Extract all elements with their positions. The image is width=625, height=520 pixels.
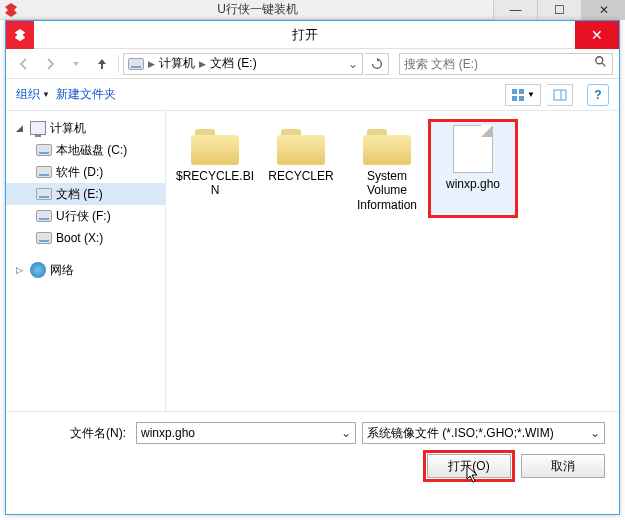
preview-pane-button[interactable] [547,84,573,106]
tree-node-computer[interactable]: ◢ 计算机 [6,117,165,139]
dialog-titlebar: 打开 ✕ [6,21,619,49]
search-input[interactable] [404,57,594,71]
filename-combo[interactable]: ⌄ [136,422,356,444]
nav-recent-dropdown[interactable] [64,52,88,76]
file-name: System Volume Information [346,169,428,212]
tree-label: 网络 [50,262,74,279]
svg-rect-5 [519,96,524,101]
search-icon[interactable] [594,55,608,72]
dialog-close-button[interactable]: ✕ [575,21,619,49]
file-list[interactable]: $RECYCLE.BIN RECYCLER System Volume Info… [166,111,619,411]
breadcrumb-dropdown-icon[interactable]: ⌄ [348,57,358,71]
file-item-gho[interactable]: winxp.gho [430,121,516,216]
file-item-folder[interactable]: $RECYCLE.BIN [172,121,258,216]
file-item-folder[interactable]: System Volume Information [344,121,430,216]
filetype-combo[interactable]: 系统镜像文件 (*.ISO;*.GHO;*.WIM) ⌄ [362,422,605,444]
separator [118,55,119,73]
drive-icon [36,188,52,200]
folder-icon [277,125,325,165]
tree-label: U行侠 (F:) [56,208,111,225]
breadcrumb-current[interactable]: 文档 (E:) [210,55,257,72]
dialog-logo-icon [6,21,34,49]
nav-back-button[interactable] [12,52,36,76]
tree-node-drive[interactable]: 本地磁盘 (C:) [6,139,165,161]
nav-toolbar: ▶ 计算机 ▶ 文档 (E:) ⌄ [6,49,619,79]
drive-icon [128,58,144,70]
tree-label: Boot (X:) [56,231,103,245]
minimize-button[interactable]: — [493,0,537,20]
dropdown-icon[interactable]: ⌄ [586,426,600,440]
chevron-right-icon: ▶ [148,59,155,69]
drive-icon [36,166,52,178]
chevron-right-icon: ▶ [199,59,206,69]
dialog-bottom-bar: 文件名(N): ⌄ 系统镜像文件 (*.ISO;*.GHO;*.WIM) ⌄ 打… [6,411,619,488]
svg-rect-3 [519,89,524,94]
dropdown-icon[interactable]: ⌄ [337,426,351,440]
parent-window-titlebar: U行侠一键装机 — ☐ ✕ [0,0,625,20]
drive-icon [36,144,52,156]
computer-icon [30,121,46,135]
parent-window-title: U行侠一键装机 [22,1,493,18]
folder-icon [191,125,239,165]
nav-forward-button[interactable] [38,52,62,76]
maximize-button[interactable]: ☐ [537,0,581,20]
svg-point-0 [596,57,603,64]
breadcrumb-bar[interactable]: ▶ 计算机 ▶ 文档 (E:) ⌄ [123,53,363,75]
breadcrumb-root[interactable]: 计算机 [159,55,195,72]
tree-label: 本地磁盘 (C:) [56,142,127,159]
drive-icon [36,232,52,244]
new-folder-button[interactable]: 新建文件夹 [56,86,116,103]
filename-label: 文件名(N): [20,425,130,442]
filetype-value: 系统镜像文件 (*.ISO;*.GHO;*.WIM) [367,425,586,442]
file-name: $RECYCLE.BIN [174,169,256,198]
drive-icon [36,210,52,222]
tree-node-drive[interactable]: Boot (X:) [6,227,165,249]
tree-node-drive[interactable]: U行侠 (F:) [6,205,165,227]
collapse-icon[interactable]: ◢ [16,123,26,133]
command-toolbar: 组织▼ 新建文件夹 ▼ ? [6,79,619,111]
nav-up-button[interactable] [90,52,114,76]
folder-icon [363,125,411,165]
help-button[interactable]: ? [587,84,609,106]
svg-rect-2 [512,89,517,94]
view-mode-button[interactable]: ▼ [505,84,541,106]
file-icon [453,125,493,173]
file-name: winxp.gho [446,177,500,191]
expand-icon[interactable]: ▷ [16,265,26,275]
tree-node-drive[interactable]: 文档 (E:) [6,183,165,205]
nav-tree: ◢ 计算机 本地磁盘 (C:) 软件 (D:) 文档 (E:) U行侠 (F:)… [6,111,166,411]
tree-label: 软件 (D:) [56,164,103,181]
tree-node-network[interactable]: ▷ 网络 [6,259,165,281]
dialog-body: ◢ 计算机 本地磁盘 (C:) 软件 (D:) 文档 (E:) U行侠 (F:)… [6,111,619,411]
refresh-button[interactable] [365,53,389,75]
tree-label: 计算机 [50,120,86,137]
network-icon [30,262,46,278]
cancel-button[interactable]: 取消 [521,454,605,478]
svg-rect-6 [554,90,566,100]
file-item-folder[interactable]: RECYCLER [258,121,344,216]
close-button[interactable]: ✕ [581,0,625,20]
open-file-dialog: 打开 ✕ ▶ 计算机 ▶ 文档 (E:) ⌄ 组织▼ 新建文件夹 ▼ [5,20,620,515]
dialog-title: 打开 [34,26,575,44]
file-name: RECYCLER [268,169,333,183]
app-logo-icon [0,0,22,20]
filename-input[interactable] [141,426,337,440]
open-button[interactable]: 打开(O) [427,454,511,478]
tree-node-drive[interactable]: 软件 (D:) [6,161,165,183]
search-box[interactable] [399,53,613,75]
svg-line-1 [602,63,606,67]
organize-menu[interactable]: 组织▼ [16,86,50,103]
svg-rect-4 [512,96,517,101]
tree-label: 文档 (E:) [56,186,103,203]
